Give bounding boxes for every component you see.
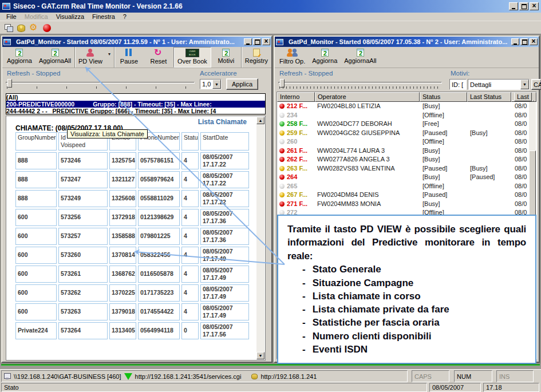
- operator-row[interactable]: 261 F... WW0204L774 LAURA 3 [Busy] 08/0: [277, 146, 536, 156]
- status-led-icon: [279, 113, 285, 118]
- toolbar-button-label: AggiornaAll: [344, 57, 376, 64]
- toolbar-button[interactable]: Motivi: [211, 47, 241, 68]
- menu-item[interactable]: Visualizza: [52, 13, 88, 20]
- applica-button[interactable]: Applica: [226, 78, 258, 90]
- ins-indicator: INS: [496, 370, 534, 382]
- col-last[interactable]: Last ▲: [511, 92, 536, 102]
- operator-row[interactable]: 271 F... FW0204MM83 MONIA [Busy] 08/0: [277, 200, 536, 209]
- close-icon[interactable]: [530, 38, 538, 45]
- toolbar-button-label: AggiornaAll: [39, 57, 71, 64]
- chevron-down-icon[interactable]: ▼: [520, 80, 529, 89]
- operator-row[interactable]: 263 F... WW0282VS83 VALENTINA [Paused] […: [277, 164, 536, 173]
- operator-row[interactable]: 260 [Offline] 08/0: [277, 137, 536, 146]
- window1-icon: [3, 39, 11, 45]
- close-icon[interactable]: [530, 2, 539, 10]
- maximize-icon[interactable]: [520, 38, 528, 45]
- operator-last-time: 08/0: [515, 137, 527, 146]
- toolbar-button[interactable]: PD View: [74, 47, 106, 68]
- campaign-list-item[interactable]: 200-PREDICTIVE000000 Gruppo: [888] - Tim…: [6, 101, 265, 108]
- toolbar-button[interactable]: Reset: [144, 47, 173, 68]
- menu-item[interactable]: File: [2, 13, 21, 20]
- operator-row[interactable]: 212 F... FW0204BL80 LETIZIA [Busy] 08/0: [277, 102, 536, 111]
- clipped-button[interactable]: CA: [531, 79, 541, 90]
- col-operatore[interactable]: Operatore: [315, 92, 420, 102]
- accelerator-value: 1,0: [200, 81, 212, 88]
- col-interno[interactable]: Interno: [277, 92, 315, 102]
- operator-row[interactable]: 259 F... WW0204GC82 GIUSEPPINA [Paused] …: [277, 129, 536, 138]
- toolbar-button[interactable]: Pause: [114, 47, 144, 68]
- col-last-status[interactable]: Last Status: [467, 92, 511, 102]
- refresh-slider[interactable]: [278, 79, 442, 89]
- close-icon[interactable]: [262, 38, 270, 45]
- campaign-list-item[interactable]: (All): [6, 94, 265, 101]
- window2-titlebar[interactable]: GatPd_Monitor - Started 08/05/2007 17.05…: [275, 37, 539, 47]
- operator-last-time: 08/0: [515, 102, 527, 111]
- operator-status: [Busy]: [422, 146, 440, 156]
- col-status[interactable]: Status: [420, 92, 467, 102]
- operator-name: FW0204DM84 DENIS: [317, 191, 379, 200]
- share-path: \\192.168.1.240\GAT-BUSINESS [460]: [14, 373, 121, 380]
- toolbar-button[interactable]: Aggiorna: [3, 47, 35, 68]
- operator-row[interactable]: 265 [Offline] 08/0: [277, 182, 536, 191]
- status-led-icon: [279, 104, 285, 109]
- operator-row[interactable]: 267 F... FW0204DM84 DENIS [Paused] 08/0: [277, 191, 536, 200]
- gear-icon[interactable]: [29, 23, 39, 33]
- chevron-down-icon[interactable]: ▼: [212, 80, 221, 89]
- toolbar-button[interactable]: Aggiorna: [309, 47, 341, 68]
- refresh-slider[interactable]: [6, 79, 195, 89]
- operator-status: [Paused]: [422, 191, 447, 200]
- operator-status: [Busy]: [422, 200, 440, 209]
- minimize-icon[interactable]: [244, 38, 252, 45]
- window1-toolbar: Aggiorna AggiornaAll PD View Pause: [2, 47, 271, 68]
- scroll-up-icon[interactable]: ▲: [256, 117, 264, 124]
- campaign-list-item[interactable]: 244-44442 2 - - PREDICTIVE Gruppo: [666]…: [6, 108, 265, 114]
- toolbar-button[interactable]: Filtro Op.: [276, 47, 309, 68]
- toolbar-button[interactable]: Registry: [241, 47, 271, 68]
- motivi-id-field[interactable]: ID: [: [449, 79, 467, 90]
- status-led-icon: [279, 148, 285, 153]
- table-row: 600573256 13729180121398629 408/05/2007 …: [15, 209, 251, 226]
- operator-row[interactable]: 262 F... WW0277A826 ANGELA 3 [Busy] 08/0: [277, 155, 536, 164]
- database-icon[interactable]: [17, 25, 25, 32]
- scroll-down-icon[interactable]: ▼: [256, 352, 264, 359]
- time-panel: 17.18: [483, 383, 539, 392]
- operator-row[interactable]: 258 F... WW0204DC77 DEBORAH [Free] 08/0: [277, 120, 536, 129]
- operator-name: WW0204L774 LAURA 3: [317, 146, 385, 156]
- status-led-icon: [279, 130, 285, 136]
- minimize-icon[interactable]: [511, 38, 519, 45]
- slider-ticks: [279, 86, 441, 89]
- operator-last-time: 08/0: [515, 120, 527, 129]
- operator-name: WW0277A826 ANGELA 3: [317, 155, 390, 164]
- note-paragraph: Tramite il tasto PD VIEW è possibile sce…: [287, 223, 526, 263]
- minimize-icon[interactable]: [509, 2, 518, 10]
- operator-last-time: 08/0: [515, 111, 527, 120]
- scrollbar[interactable]: ▲ ▼: [256, 117, 264, 359]
- toolbar-button[interactable]: AggiornaAll: [35, 47, 74, 68]
- stato-panel: Stato: [1, 383, 427, 392]
- toolbar-button[interactable]: Over Book: [173, 47, 211, 68]
- menu-item[interactable]: ?: [119, 13, 131, 20]
- motivi-combo[interactable]: Dettagli ▼: [468, 79, 530, 90]
- menu-item[interactable]: Finestra: [88, 13, 119, 20]
- toolbar-button[interactable]: AggiornaAll: [341, 47, 380, 68]
- maximize-icon[interactable]: [253, 38, 261, 45]
- operator-row[interactable]: 234 [Offline] 08/0: [277, 111, 536, 120]
- toolbar-button-icon: [253, 49, 260, 57]
- campaign-listbox: (All)200-PREDICTIVE000000 Gruppo: [888] …: [6, 93, 266, 114]
- refresh-status-label: Refresh - Stopped: [7, 70, 60, 77]
- toolbar-button-icon: [124, 48, 134, 57]
- menu-item[interactable]: Modifica: [21, 13, 52, 20]
- record-icon[interactable]: [43, 24, 51, 32]
- operators-body: 212 F... FW0204BL80 LETIZIA [Busy] 08/0 …: [277, 102, 536, 217]
- restore-icon[interactable]: [519, 2, 528, 10]
- toolbar-button-label: Aggiorna: [312, 57, 337, 64]
- window1-titlebar[interactable]: GatPd_Monitor - Started 08/05/2007 11.29…: [2, 37, 271, 47]
- note-bullet: Situazione Campagne: [287, 276, 526, 290]
- slider-ticks: [7, 86, 194, 89]
- cascade-windows-icon[interactable]: [3, 23, 13, 33]
- accelerator-combo[interactable]: 1,0 ▼: [200, 79, 222, 89]
- operators-header: Interno Operatore Status Last Status Las…: [277, 92, 536, 102]
- operator-row[interactable]: 264 [Busy] [Paused] 08/0: [277, 173, 536, 182]
- operator-last-time: 08/0: [515, 129, 527, 138]
- window2-title: GatPd_Monitor - Started 08/05/2007 17.05…: [289, 38, 507, 45]
